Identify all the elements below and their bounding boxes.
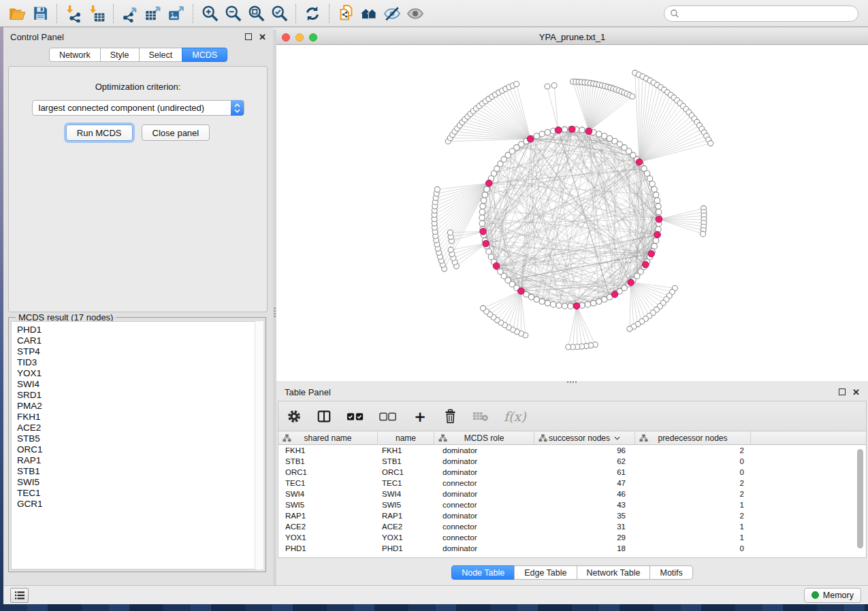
first-neighbors-button[interactable] bbox=[357, 3, 381, 24]
mcds-result-item[interactable]: YOX1 bbox=[17, 368, 263, 379]
table-row[interactable]: TEC1TEC1connector472 bbox=[278, 478, 866, 489]
export-image-button[interactable] bbox=[165, 3, 188, 24]
toolbar-separator bbox=[113, 4, 114, 23]
table-row[interactable]: PHD1PHD1dominator180 bbox=[278, 543, 866, 554]
tab-network-table[interactable]: Network Table bbox=[577, 565, 651, 580]
search-input[interactable] bbox=[683, 9, 852, 18]
zoom-selected-button[interactable] bbox=[268, 3, 291, 24]
network-graph bbox=[276, 45, 868, 381]
mcds-result-item[interactable]: ORC1 bbox=[17, 444, 263, 455]
save-session-button[interactable] bbox=[29, 3, 52, 24]
close-panel-button[interactable]: Close panel bbox=[142, 125, 210, 141]
table-row[interactable]: ACE2ACE2connector311 bbox=[278, 521, 866, 532]
delete-columns-button[interactable] bbox=[443, 406, 457, 427]
show-all-button[interactable] bbox=[404, 3, 427, 24]
open-file-button[interactable] bbox=[5, 3, 29, 24]
table-cell: dominator bbox=[434, 544, 534, 552]
run-mcds-button[interactable]: Run MCDS bbox=[66, 125, 133, 141]
table-cell: 46 bbox=[534, 490, 635, 498]
mcds-result-item[interactable]: GCR1 bbox=[17, 499, 263, 510]
column-header-mcds-role[interactable]: MCDS role bbox=[434, 431, 534, 444]
column-header-predecessor-nodes[interactable]: predecessor nodes bbox=[635, 431, 751, 444]
refresh-view-button[interactable] bbox=[301, 3, 324, 24]
network-window-titlebar[interactable]: YPA_prune.txt_1 bbox=[276, 30, 868, 45]
mcds-result-item[interactable]: CAR1 bbox=[17, 335, 263, 346]
tab-mcds[interactable]: MCDS bbox=[182, 48, 227, 62]
attribute-tree-icon bbox=[539, 434, 547, 442]
mcds-result-item[interactable]: SWI5 bbox=[17, 477, 263, 488]
tab-style[interactable]: Style bbox=[100, 48, 140, 62]
desktop-wallpaper-edge bbox=[0, 27, 3, 611]
table-cell: 29 bbox=[534, 533, 635, 542]
memory-button[interactable]: Memory bbox=[804, 588, 861, 603]
tab-node-table[interactable]: Node Table bbox=[451, 565, 515, 580]
table-toolbar: ＋ f(x) bbox=[278, 401, 867, 431]
table-scrollbar-thumb[interactable] bbox=[857, 449, 863, 548]
split-panel-button[interactable] bbox=[317, 406, 332, 427]
table-row[interactable]: SWI5SWI5connector431 bbox=[278, 499, 866, 510]
optimization-criterion-label: Optimization criterion: bbox=[9, 82, 267, 92]
network-canvas[interactable] bbox=[276, 45, 868, 381]
mcds-result-item[interactable]: SWI4 bbox=[17, 379, 263, 390]
table-cell: TEC1 bbox=[378, 479, 434, 487]
table-panel-titlebar: Table Panel ✕ bbox=[276, 383, 868, 401]
mcds-result-item[interactable]: TEC1 bbox=[17, 488, 263, 499]
tab-network[interactable]: Network bbox=[49, 48, 101, 62]
mcds-result-scrollbar[interactable] bbox=[255, 321, 263, 569]
criterion-dropdown[interactable]: largest connected component (undirected) bbox=[32, 100, 244, 116]
mcds-result-item[interactable]: ACE2 bbox=[17, 423, 263, 433]
table-row[interactable]: FKH1FKH1dominator962 bbox=[278, 445, 866, 456]
table-cell: 43 bbox=[534, 501, 635, 509]
table-row[interactable]: SWI4SWI4dominator462 bbox=[278, 489, 866, 499]
checked-boxes-icon bbox=[347, 411, 364, 422]
import-network-button[interactable] bbox=[62, 3, 85, 24]
zoom-fit-button[interactable] bbox=[244, 3, 268, 24]
float-panel-icon[interactable] bbox=[839, 389, 846, 395]
mcds-result-item[interactable]: PMA2 bbox=[17, 401, 263, 412]
import-network-icon bbox=[65, 5, 82, 22]
task-history-button[interactable] bbox=[10, 588, 29, 603]
tab-motifs[interactable]: Motifs bbox=[649, 565, 692, 580]
close-panel-icon[interactable]: ✕ bbox=[259, 33, 266, 42]
table-cell: SWI5 bbox=[278, 501, 378, 509]
export-network-button[interactable] bbox=[118, 3, 142, 24]
zoom-in-button[interactable] bbox=[198, 3, 221, 24]
table-cell: connector bbox=[434, 479, 534, 487]
mcds-result-list[interactable]: PHD1CAR1STP4TID3YOX1SWI4SRD1PMA2FKH1ACE2… bbox=[11, 321, 263, 569]
mcds-result-item[interactable]: RAP1 bbox=[17, 455, 263, 466]
mcds-result-item[interactable]: FKH1 bbox=[17, 412, 263, 423]
hide-selected-button[interactable] bbox=[381, 3, 404, 24]
select-all-columns-button[interactable] bbox=[347, 406, 364, 427]
float-panel-icon[interactable] bbox=[245, 33, 252, 40]
mcds-result-item[interactable]: STB1 bbox=[17, 466, 263, 477]
tab-select[interactable]: Select bbox=[139, 48, 183, 62]
copy-style-button[interactable] bbox=[334, 3, 357, 24]
table-row[interactable]: STB1STB1dominator620 bbox=[278, 456, 866, 467]
desktop-wallpaper-bottom bbox=[0, 604, 868, 611]
export-table-button[interactable] bbox=[142, 3, 165, 24]
column-settings-button[interactable] bbox=[287, 406, 302, 427]
table-row[interactable]: YOX1YOX1connector291 bbox=[278, 532, 866, 543]
column-header-successor-nodes[interactable]: successor nodes bbox=[534, 431, 635, 444]
table-row[interactable]: ORC1ORC1dominator610 bbox=[278, 467, 866, 478]
deselect-all-columns-button[interactable] bbox=[379, 406, 397, 427]
column-header-shared-name[interactable]: shared name bbox=[278, 431, 378, 444]
unchecked-boxes-icon bbox=[379, 411, 397, 422]
mcds-result-item[interactable]: STP4 bbox=[17, 346, 263, 357]
add-column-button[interactable]: ＋ bbox=[412, 406, 428, 427]
column-header-name[interactable]: name bbox=[378, 431, 434, 444]
table-cell: 18 bbox=[534, 544, 635, 552]
import-table-button[interactable] bbox=[85, 3, 108, 24]
mcds-result-item[interactable]: PHD1 bbox=[17, 325, 263, 335]
zoom-out-button[interactable] bbox=[221, 3, 244, 24]
tab-edge-table[interactable]: Edge Table bbox=[514, 565, 577, 580]
delete-table-icon bbox=[472, 410, 489, 422]
close-panel-icon[interactable]: ✕ bbox=[852, 388, 860, 397]
table-row[interactable]: RAP1RAP1dominator352 bbox=[278, 510, 866, 521]
column-label: MCDS role bbox=[464, 433, 504, 443]
mcds-panel: Optimization criterion: largest connecte… bbox=[8, 66, 268, 312]
mcds-result-item[interactable]: STB5 bbox=[17, 433, 263, 444]
mcds-result-item[interactable]: TID3 bbox=[17, 357, 263, 368]
mcds-result-item[interactable]: SRD1 bbox=[17, 390, 263, 401]
save-icon bbox=[32, 5, 49, 22]
